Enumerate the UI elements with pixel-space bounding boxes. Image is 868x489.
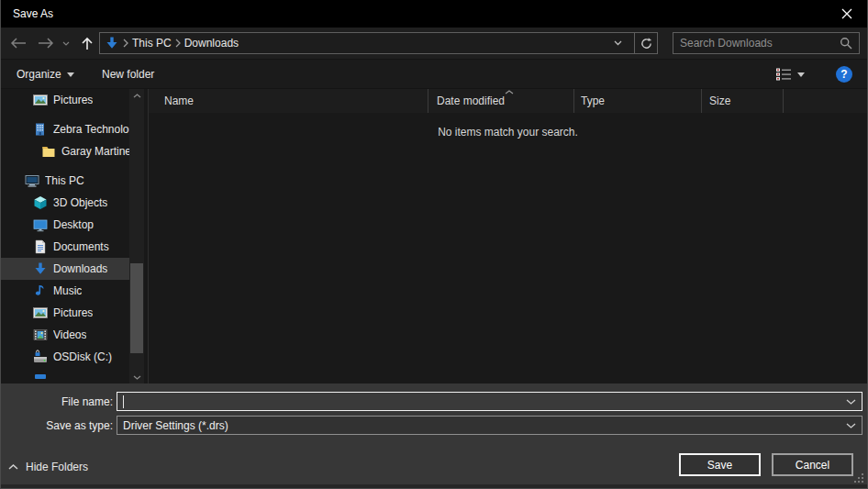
refresh-icon xyxy=(640,38,652,50)
empty-list-message: No items match your search. xyxy=(149,126,867,139)
sidebar-item-this-pc[interactable]: This PC xyxy=(1,170,129,192)
downloads-location-icon xyxy=(105,36,119,50)
videos-icon xyxy=(33,328,48,342)
folder-icon xyxy=(41,144,56,159)
chevron-down-icon xyxy=(614,40,622,46)
pictures-icon xyxy=(33,93,48,107)
save-as-dialog: Save As This PC Do xyxy=(0,0,868,489)
chevron-up-icon xyxy=(133,94,141,98)
sidebar-item-pictures[interactable]: Pictures xyxy=(1,89,129,111)
command-toolbar: Organize New folder ? xyxy=(1,60,867,89)
column-header-date-modified[interactable]: Date modified xyxy=(428,89,574,113)
up-arrow-icon xyxy=(81,37,94,50)
disk-icon xyxy=(33,350,48,364)
document-icon xyxy=(33,239,48,254)
file-list-area: NameDate modifiedTypeSize No items match… xyxy=(149,89,867,383)
up-button[interactable] xyxy=(78,33,96,53)
window-title: Save As xyxy=(13,7,53,20)
caret-down-icon xyxy=(797,72,805,77)
sidebar-item-label: Downloads xyxy=(53,262,107,275)
new-folder-button[interactable]: New folder xyxy=(95,63,161,85)
chevron-down-icon xyxy=(133,375,141,380)
chevron-down-icon xyxy=(62,41,70,46)
cube-icon xyxy=(33,195,48,210)
combo-dropdown-button[interactable] xyxy=(846,423,862,428)
recent-locations-button[interactable] xyxy=(60,33,72,53)
sidebar-item-label: Desktop xyxy=(53,218,94,231)
cancel-button[interactable]: Cancel xyxy=(772,453,853,476)
computer-icon xyxy=(25,173,39,188)
new-folder-label: New folder xyxy=(102,68,154,81)
sidebar-item-osdisk-c[interactable]: OSDisk (C:) xyxy=(1,346,129,368)
back-arrow-icon xyxy=(10,38,27,49)
organize-label: Organize xyxy=(17,68,61,81)
close-button[interactable] xyxy=(827,0,867,28)
scrollbar-thumb[interactable] xyxy=(130,263,143,353)
desktop-icon xyxy=(33,217,48,232)
file-name-label: File name: xyxy=(1,395,113,408)
scroll-up-button[interactable] xyxy=(129,89,144,102)
details-view-icon xyxy=(775,68,792,81)
save-button[interactable]: Save xyxy=(679,453,761,476)
sidebar-item-music[interactable]: Music xyxy=(1,280,129,302)
text-caret xyxy=(123,395,124,408)
search-placeholder: Search Downloads xyxy=(680,37,773,50)
save-as-type-select[interactable]: Driver Settings (*.drs) xyxy=(117,416,862,435)
close-icon xyxy=(841,8,852,19)
column-header-name[interactable]: Name xyxy=(149,89,428,113)
sidebar-item-garay-martinez[interactable]: Garay Martinez, xyxy=(1,140,129,162)
save-as-type-value: Driver Settings (*.drs) xyxy=(117,419,228,432)
file-name-input[interactable] xyxy=(117,392,862,411)
organize-button[interactable]: Organize xyxy=(9,63,82,85)
refresh-button[interactable] xyxy=(635,33,657,53)
dialog-body: PicturesZebra TechnologieGaray Martinez,… xyxy=(1,89,867,383)
dialog-footer: Hide Folders Save Cancel xyxy=(1,447,867,488)
sidebar-item-videos[interactable]: Videos xyxy=(1,324,129,346)
address-bar[interactable]: This PC Downloads xyxy=(99,32,658,54)
sidebar-item-label: This PC xyxy=(45,174,84,187)
forward-arrow-icon xyxy=(38,38,54,49)
hide-folders-button[interactable]: Hide Folders xyxy=(8,458,88,476)
divider xyxy=(1,484,867,488)
pictures-icon xyxy=(33,306,48,320)
sidebar-item-partial[interactable] xyxy=(1,368,129,383)
titlebar[interactable]: Save As xyxy=(1,0,867,28)
search-icon[interactable] xyxy=(840,37,852,50)
sidebar: PicturesZebra TechnologieGaray Martinez,… xyxy=(1,89,148,383)
sidebar-item-desktop[interactable]: Desktop xyxy=(1,214,129,236)
sidebar-item-documents[interactable]: Documents xyxy=(1,236,129,258)
forward-button[interactable] xyxy=(36,33,56,53)
change-view-button[interactable] xyxy=(772,63,808,85)
caret-down-icon xyxy=(67,72,74,77)
save-label: Save xyxy=(707,459,732,472)
scroll-down-button[interactable] xyxy=(129,371,144,383)
column-header-type[interactable]: Type xyxy=(574,89,702,113)
file-name-panel: File name: Save as type: Driver Settings… xyxy=(1,383,867,447)
sidebar-item-zebra-technologie[interactable]: Zebra Technologie xyxy=(1,118,129,140)
help-button[interactable]: ? xyxy=(836,66,852,83)
address-dropdown-button[interactable] xyxy=(606,33,629,53)
search-box[interactable]: Search Downloads xyxy=(673,32,860,54)
back-button[interactable] xyxy=(8,33,28,53)
sidebar-item-label: Pictures xyxy=(53,306,93,319)
column-header-size[interactable]: Size xyxy=(702,89,784,113)
help-icon: ? xyxy=(840,68,847,81)
sidebar-item-label: Music xyxy=(53,284,82,297)
breadcrumb-this-pc[interactable]: This PC xyxy=(128,37,175,50)
sidebar-item-3d-objects[interactable]: 3D Objects xyxy=(1,192,129,214)
address-bar-controls xyxy=(606,33,657,53)
navigation-bar: This PC Downloads Search Downloads xyxy=(1,28,867,60)
chevron-up-icon xyxy=(8,464,18,470)
sidebar-item-label: Garay Martinez, xyxy=(61,145,129,158)
sidebar-scrollbar[interactable] xyxy=(129,89,144,383)
sidebar-item-pictures[interactable]: Pictures xyxy=(1,302,129,324)
resize-grip[interactable] xyxy=(853,472,864,483)
sidebar-item-downloads[interactable]: Downloads xyxy=(1,258,129,280)
sidebar-item-label: Videos xyxy=(53,328,86,341)
combo-dropdown-button[interactable] xyxy=(846,399,862,405)
chevron-down-icon xyxy=(846,399,856,405)
chevron-down-icon xyxy=(846,423,856,428)
sidebar-item-label: OSDisk (C:) xyxy=(53,350,112,363)
breadcrumb-downloads[interactable]: Downloads xyxy=(181,37,242,50)
building-icon xyxy=(33,122,48,137)
